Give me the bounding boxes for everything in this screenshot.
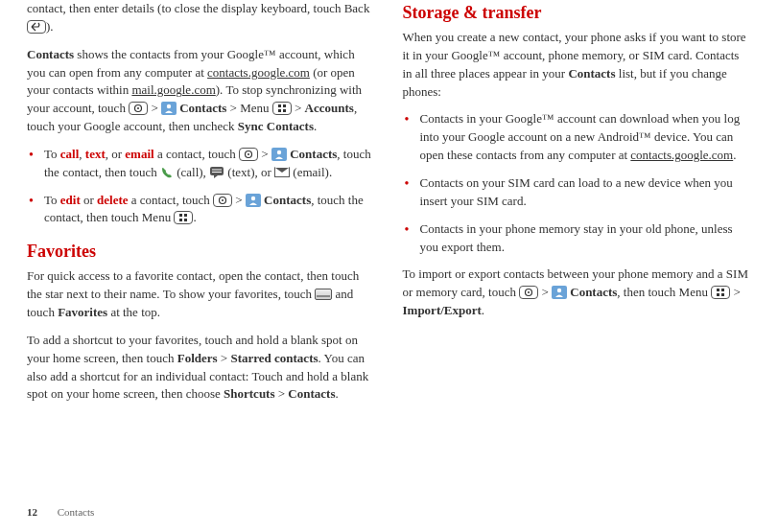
contacts-app-icon [161,102,177,115]
svg-point-1 [137,107,139,109]
action-delete: delete [97,193,128,207]
svg-rect-3 [278,104,281,107]
list-item: To call, text, or email a contact, touch… [27,146,376,182]
svg-rect-26 [721,293,724,296]
home-key-icon [129,102,148,115]
svg-rect-16 [179,214,182,217]
storage-para-1: When you create a new contact, your phon… [403,29,752,101]
import-export-para: To import or export contacts between you… [403,266,752,320]
text: > Menu [226,101,271,115]
contacts-app-icon [271,148,287,161]
contacts-label: Contacts [288,386,335,401]
mail-google-link[interactable]: mail.google.com [131,82,215,97]
phone-icon [160,166,174,179]
favorites-para-1: For quick access to a favorite contact, … [27,267,376,322]
text: (text), or [224,165,274,179]
svg-rect-18 [179,219,182,221]
contacts-app-icon [552,286,567,299]
home-key-icon [519,286,538,299]
svg-point-14 [222,199,224,201]
page-number: 12 [27,506,37,518]
shortcuts-label: Shortcuts [224,386,274,401]
intro-para-continued: contact, then enter details (to close th… [27,0,376,36]
contacts-sync-para: Contacts shows the contacts from your Go… [27,46,376,136]
text: > [292,101,305,115]
svg-rect-23 [717,289,719,291]
starred-contacts-label: Starred contacts [230,351,318,365]
action-edit: edit [60,193,81,207]
text: (email). [290,165,332,179]
text: a contact, touch [154,147,239,161]
contacts-app-icon [246,194,261,207]
contacts-google-link[interactable]: contacts.google.com [630,148,733,162]
page-columns: contact, then enter details (to close th… [27,0,751,479]
storage-bullets: Contacts in your Google™ account can dow… [403,110,752,256]
sync-contacts-label: Sync Contacts [238,119,314,133]
svg-point-21 [528,291,530,293]
action-email: email [125,147,153,161]
text: at the top. [107,305,160,319]
text: , then touch Menu [617,285,711,299]
text: > [148,101,161,115]
contacts-label: Contacts [567,285,617,299]
text: ). [46,19,54,34]
back-key-icon [27,20,46,34]
menu-key-icon [711,286,730,299]
favorites-para-2: To add a shortcut to your favorites, tou… [27,332,376,404]
svg-point-8 [248,153,249,155]
contacts-label: Contacts [27,47,74,61]
list-item: Contacts in your phone memory stay in yo… [403,220,752,257]
svg-rect-6 [283,109,286,112]
svg-rect-17 [184,214,187,217]
menu-key-icon [272,102,292,115]
text: . [335,386,338,401]
text: > [730,285,741,299]
home-key-icon [239,148,258,161]
contact-actions-list: To call, text, or email a contact, touch… [27,146,376,227]
text: . [193,210,196,224]
right-column: Storage & transfer When you create a new… [403,0,752,479]
text: > [232,193,246,207]
footer-section: Contacts [58,506,95,518]
svg-rect-19 [184,219,187,221]
email-icon [274,167,290,177]
text: For quick access to a favorite contact, … [27,268,359,301]
text-icon [209,166,224,178]
svg-point-15 [251,196,255,199]
text: To [44,147,60,161]
action-text: text [85,147,106,161]
dialer-card-icon [315,289,332,300]
svg-rect-5 [278,109,281,112]
text: > [258,147,271,161]
page-footer: 12 Contacts [27,505,94,520]
contacts-google-link[interactable]: contacts.google.com [207,65,310,80]
home-key-icon [213,194,232,207]
svg-rect-24 [721,289,724,291]
contacts-label: Contacts [261,193,311,207]
text: , or [106,147,126,161]
list-item: Contacts in your Google™ account can dow… [403,110,752,165]
left-column: contact, then enter details (to close th… [27,0,376,479]
contacts-label: Contacts [568,66,615,81]
action-call: call [60,147,80,161]
import-export-label: Import/Export [403,303,482,317]
text: > [275,386,289,401]
text: (call), [174,165,209,179]
contacts-label: Contacts [287,147,337,161]
storage-heading: Storage & transfer [403,0,752,25]
svg-point-9 [277,150,281,154]
folders-label: Folders [177,351,218,365]
svg-rect-4 [283,104,286,107]
text: or [81,193,97,207]
text: . [733,148,736,162]
text: . [482,303,484,317]
text: To [44,193,60,207]
favorites-heading: Favorites [27,239,376,264]
favorites-label: Favorites [58,305,107,319]
text: contact, then enter details (to close th… [27,1,369,15]
svg-rect-25 [717,293,719,296]
list-item: To edit or delete a contact, touch > Con… [27,192,376,228]
text: > [538,285,552,299]
svg-rect-10 [210,167,224,175]
menu-key-icon [174,211,193,224]
